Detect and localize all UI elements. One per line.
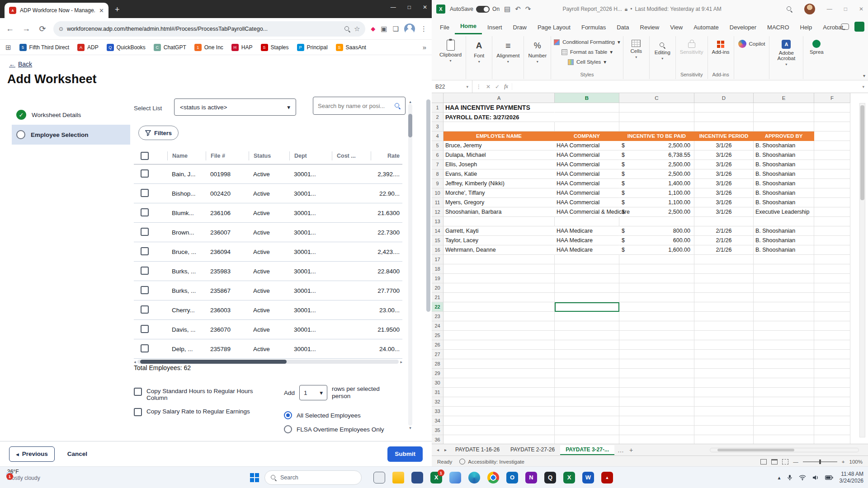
cell-C19[interactable] [619, 274, 694, 283]
back-nav-icon[interactable]: ← [5, 24, 15, 33]
cell-A22[interactable] [443, 302, 555, 312]
cell-C10[interactable]: $1,100.00 [619, 188, 694, 198]
formula-bar-expand-icon[interactable]: ▾ [859, 84, 868, 89]
select-list-dropdown[interactable]: <status is active> ▾ [174, 99, 296, 116]
zoom-knob[interactable] [819, 460, 821, 464]
cell-E15[interactable]: B. Shooshanian [754, 236, 814, 245]
cell-A21[interactable] [443, 293, 555, 302]
bookmark-item[interactable]: QQuickBooks [107, 44, 146, 51]
table-vertical-scrollbar[interactable]: ▴ ▾ [407, 99, 413, 430]
ribbon-tab-file[interactable]: File [434, 20, 455, 34]
cell-E5[interactable]: B. Shooshanian [754, 141, 814, 150]
previous-button[interactable]: ◂ Previous [9, 446, 55, 462]
employee-row[interactable]: Brown...236007Active30001...22.7300 [134, 223, 402, 242]
row-checkbox[interactable] [141, 208, 149, 216]
cell-A34[interactable] [443, 416, 555, 426]
cell-C9[interactable]: $1,400.00 [619, 179, 694, 188]
cell-F34[interactable] [814, 416, 850, 426]
cell-B28[interactable] [555, 359, 619, 369]
zoom-out-icon[interactable]: — [793, 459, 798, 465]
cell-B13[interactable] [555, 217, 619, 226]
ribbon-tab-formulas[interactable]: Formulas [576, 20, 611, 34]
copy-hours-checkbox[interactable] [134, 388, 142, 396]
cell-B36[interactable] [555, 435, 619, 444]
zoom-in-icon[interactable]: + [842, 459, 845, 465]
row-header-20[interactable]: 20 [432, 283, 443, 293]
insert-function-icon[interactable]: fx [504, 83, 508, 90]
copilot-button[interactable]: Copilot [738, 40, 765, 48]
cell-F25[interactable] [814, 331, 850, 340]
cell-A15[interactable]: Taylor, Lacey [443, 236, 555, 245]
cell-B27[interactable] [555, 350, 619, 359]
cell-C17[interactable] [619, 255, 694, 264]
cell-B31[interactable] [555, 388, 619, 397]
radio-selected-icon[interactable] [284, 411, 292, 419]
cell-A23[interactable] [443, 312, 555, 321]
row-header-13[interactable]: 13 [432, 217, 443, 226]
toggle-on-icon[interactable] [476, 6, 490, 13]
cell-C28[interactable] [619, 359, 694, 369]
cell-E22[interactable] [754, 302, 814, 312]
address-bar[interactable]: ⊙ workforcenow.adp.com/theme/admin.html#… [53, 21, 365, 37]
cell-C4[interactable]: INCENTIVE TO BE PAID [619, 131, 694, 141]
cell-F7[interactable] [814, 160, 850, 169]
edge-icon[interactable] [468, 472, 480, 483]
tab-close-icon[interactable]: ✕ [99, 7, 104, 14]
sheet-nav-right-icon[interactable]: ▸ [442, 447, 449, 452]
back-link[interactable]: ← Back [9, 61, 32, 68]
cell-F3[interactable] [814, 122, 850, 131]
cell-E9[interactable]: B. Shooshanian [754, 179, 814, 188]
row-header-3[interactable]: 3 [432, 122, 443, 131]
row-header-24[interactable]: 24 [432, 321, 443, 331]
weather-widget[interactable]: 1 36°F Mostly cloudy [4, 469, 40, 481]
cell-D12[interactable]: 3/1/26 [694, 207, 754, 217]
cell-C1[interactable] [619, 103, 694, 113]
bookmark-star-icon[interactable]: ☆ [354, 25, 360, 33]
select-all-corner[interactable] [432, 93, 443, 103]
excel-badged-icon[interactable]: 1 [430, 472, 442, 483]
cell-D4[interactable]: INCENTIVE PERIOD [694, 131, 754, 141]
ribbon-tab-page-layout[interactable]: Page Layout [532, 20, 576, 34]
cell-E4[interactable]: APPROVED BY [754, 131, 814, 141]
cell-C15[interactable]: $600.00 [619, 236, 694, 245]
employee-row[interactable]: Davis, ...236070Active30001...21.9500 [134, 320, 402, 339]
cell-C36[interactable] [619, 435, 694, 444]
cell-F29[interactable] [814, 369, 850, 378]
extension-pink-icon[interactable]: ◆ [371, 25, 375, 32]
cell-C6[interactable]: $6,738.55 [619, 150, 694, 160]
cell-B11[interactable]: HAA Commercial [555, 198, 619, 207]
task-view-icon[interactable] [373, 472, 385, 483]
cell-D5[interactable]: 3/1/26 [694, 141, 754, 150]
cell-A11[interactable]: Myers, Gregory [443, 198, 555, 207]
row-header-23[interactable]: 23 [432, 312, 443, 321]
cell-F26[interactable] [814, 340, 850, 350]
cell-B10[interactable]: HAA Commercial [555, 188, 619, 198]
cell-F10[interactable] [814, 188, 850, 198]
cell-E26[interactable] [754, 340, 814, 350]
cell-B34[interactable] [555, 416, 619, 426]
cell-F22[interactable] [814, 302, 850, 312]
cell-B16[interactable]: HAA Medicare [555, 245, 619, 255]
flsa-radio[interactable]: FLSA Overtime Employees Only [284, 425, 384, 433]
cell-D2[interactable] [694, 113, 754, 122]
row-header-28[interactable]: 28 [432, 359, 443, 369]
extensions-puzzle-icon[interactable]: ▣ [381, 25, 387, 33]
column-header-5[interactable]: Rate [371, 151, 402, 160]
cell-C13[interactable] [619, 217, 694, 226]
ribbon-tab-insert[interactable]: Insert [482, 20, 508, 34]
row-checkbox[interactable] [141, 169, 149, 178]
cell-C2[interactable] [619, 113, 694, 122]
row-header-8[interactable]: 8 [432, 169, 443, 179]
cell-B4[interactable]: COMPANY [555, 131, 619, 141]
cell-F4[interactable] [814, 131, 850, 141]
employee-row[interactable]: Blumk...236106Active30001...21.6300 [134, 203, 402, 223]
cell-B17[interactable] [555, 255, 619, 264]
cell-A5[interactable]: Bruce, Jeremy [443, 141, 555, 150]
cell-E36[interactable] [754, 435, 814, 444]
sheet-tab-2[interactable]: PAYDATE 3-27-... [560, 445, 614, 455]
employee-row[interactable]: Delp, ...235789Active30001...24.00... [134, 339, 402, 359]
row-header-33[interactable]: 33 [432, 407, 443, 416]
cell-B1[interactable] [555, 103, 619, 113]
scroll-up-icon[interactable]: ▴ [409, 99, 411, 104]
row-header-21[interactable]: 21 [432, 293, 443, 302]
